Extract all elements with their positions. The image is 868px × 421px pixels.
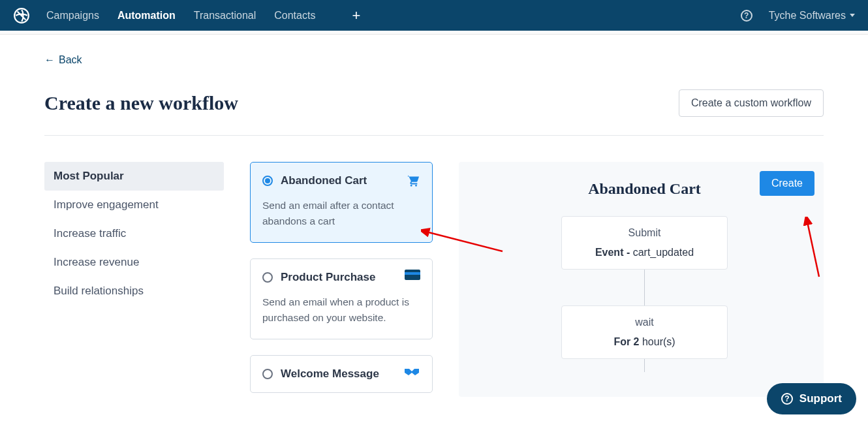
sidebar-item-increase-traffic[interactable]: Increase traffic (44, 219, 224, 248)
flow-connector (644, 270, 645, 305)
node-title: Submit (572, 227, 717, 239)
sidebar-item-improve-engagement[interactable]: Improve engagement (44, 191, 224, 219)
svg-point-2 (415, 185, 417, 187)
node-title: wait (572, 317, 717, 328)
workflow-preview-panel: Create Abandoned Cart Submit Event - car… (459, 162, 824, 397)
card-abandoned-cart[interactable]: Abandoned Cart Send an email after a con… (250, 162, 433, 243)
back-label: Back (59, 54, 82, 66)
account-dropdown[interactable]: Tyche Softwares (769, 10, 855, 22)
card-product-purchase[interactable]: Product Purchase Send an email when a pr… (250, 258, 433, 339)
help-icon[interactable]: ? (741, 10, 752, 22)
flow-node-submit: Submit Event - cart_updated (561, 216, 728, 270)
support-icon: ? (781, 393, 793, 405)
radio-icon (262, 272, 273, 283)
separator (44, 135, 824, 136)
nav-contacts[interactable]: Contacts (274, 10, 315, 22)
nav-automation[interactable]: Automation (117, 10, 176, 22)
sidebar-item-most-popular[interactable]: Most Popular (44, 162, 224, 191)
workflow-template-list: Abandoned Cart Send an email after a con… (250, 162, 433, 397)
plus-icon[interactable]: + (352, 7, 360, 24)
flow-connector (644, 359, 645, 372)
create-custom-workflow-button[interactable]: Create a custom workflow (679, 89, 824, 117)
card-title: Welcome Message (281, 367, 379, 381)
svg-point-1 (411, 185, 412, 187)
support-label: Support (799, 392, 842, 405)
cart-icon (405, 173, 420, 190)
brand-logo (13, 7, 30, 24)
radio-selected-icon (262, 176, 273, 186)
create-button[interactable]: Create (760, 171, 814, 196)
top-navbar: Campaigns Automation Transactional Conta… (0, 0, 868, 31)
sidebar-item-build-relationships[interactable]: Build relationships (44, 277, 224, 305)
card-desc: Send an email when a product is purchase… (262, 294, 420, 326)
sidebar-item-increase-revenue[interactable]: Increase revenue (44, 248, 224, 277)
card-title: Abandoned Cart (281, 174, 367, 187)
page-title: Create a new workflow (44, 92, 238, 114)
card-welcome-message[interactable]: Welcome Message (250, 355, 433, 393)
arrow-left-icon: ← (44, 54, 55, 66)
flow-node-wait: wait For 2 hour(s) (561, 305, 728, 359)
back-link[interactable]: ← Back (44, 54, 82, 66)
main-nav: Campaigns Automation Transactional Conta… (46, 7, 360, 24)
category-sidebar: Most Popular Improve engagement Increase… (44, 162, 224, 397)
node-subtitle: For 2 hour(s) (572, 336, 717, 348)
creditcard-icon (405, 270, 420, 284)
support-button[interactable]: ? Support (767, 383, 856, 414)
radio-icon (262, 369, 273, 379)
handshake-icon (403, 366, 420, 381)
preview-title: Abandoned Cart (484, 180, 805, 198)
nav-campaigns[interactable]: Campaigns (46, 10, 99, 22)
node-subtitle: Event - cart_updated (572, 247, 717, 258)
nav-transactional[interactable]: Transactional (194, 10, 256, 22)
card-desc: Send an email after a contact abandons a… (262, 198, 420, 229)
svg-rect-4 (405, 272, 420, 275)
card-title: Product Purchase (281, 271, 376, 284)
